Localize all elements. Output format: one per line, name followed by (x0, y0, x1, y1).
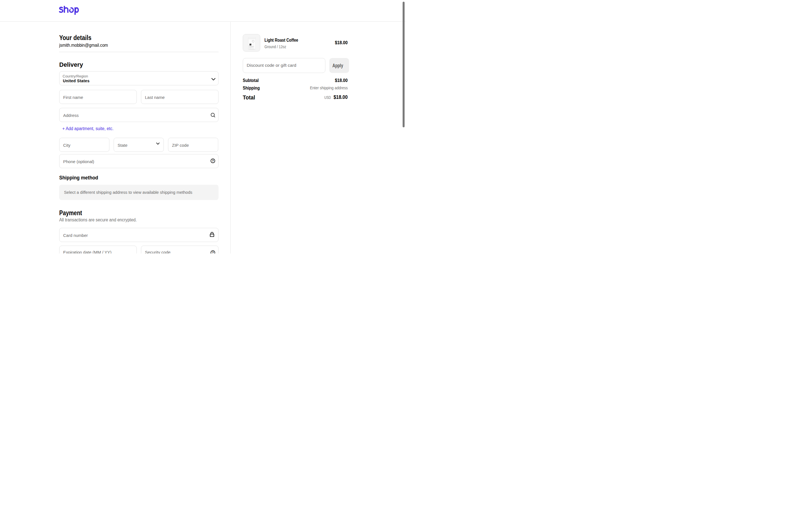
svg-text:?: ? (212, 159, 214, 163)
svg-text:?: ? (212, 251, 214, 253)
